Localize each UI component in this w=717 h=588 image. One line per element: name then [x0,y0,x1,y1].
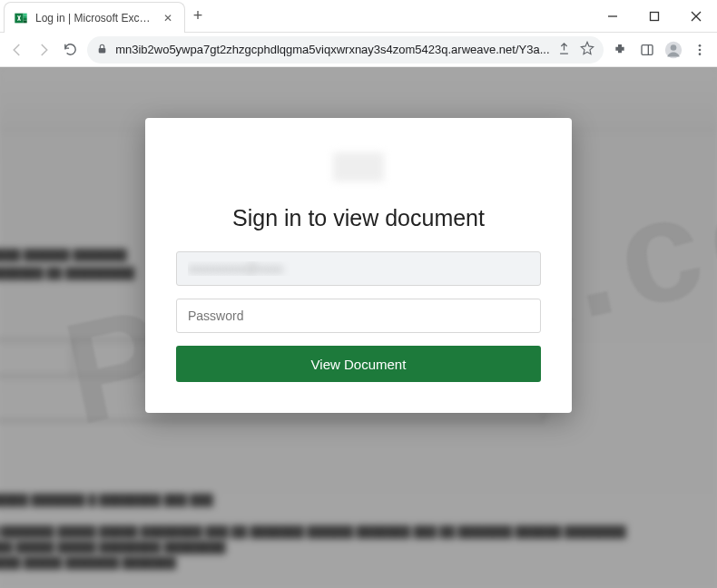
browser-tab-active[interactable]: Log in | Microsoft Excel - Work to ✕ [4,2,185,33]
excel-icon [14,11,28,25]
address-bar[interactable]: mn3ib2wo5ywpa7gt2zhzgcphdlqgma5viqxwrxna… [87,36,603,64]
kebab-menu-icon[interactable] [691,35,710,64]
svg-point-14 [699,44,702,47]
tab-title: Log in | Microsoft Excel - Work to [35,12,153,24]
minimize-button[interactable] [592,0,634,32]
window-close-button[interactable] [675,0,717,32]
reload-button[interactable] [61,35,80,64]
url-text: mn3ib2wo5ywpa7gt2zhzgcphdlqgma5viqxwrxna… [115,43,549,56]
back-button[interactable] [7,35,26,64]
svg-rect-4 [24,20,27,23]
close-tab-icon[interactable]: ✕ [161,12,175,24]
page-viewport: █████ ██████ ███████ ████████ ██ ███████… [0,67,717,588]
side-panel-icon[interactable] [637,35,656,64]
svg-rect-10 [642,44,653,54]
svg-point-16 [699,53,702,55]
password-field[interactable] [176,299,541,333]
svg-point-15 [699,48,702,51]
extensions-icon[interactable] [611,35,630,64]
email-field[interactable] [176,251,541,286]
svg-rect-2 [24,15,27,18]
svg-rect-9 [99,47,106,52]
new-tab-button[interactable]: + [185,0,211,32]
svg-point-13 [671,44,677,51]
lock-icon [96,43,108,57]
share-icon[interactable] [557,42,571,58]
svg-rect-1 [24,13,27,15]
window-controls [592,0,717,32]
profile-icon[interactable] [663,35,683,64]
svg-rect-3 [24,18,27,21]
modal-heading: Sign in to view document [176,205,541,231]
browser-toolbar: mn3ib2wo5ywpa7gt2zhzgcphdlqgma5viqxwrxna… [0,33,717,67]
signin-modal: Sign in to view document View Document [145,118,572,413]
maximize-button[interactable] [634,0,675,32]
svg-rect-6 [651,12,659,20]
star-icon[interactable] [580,41,594,58]
brand-logo [333,152,384,181]
browser-titlebar: Log in | Microsoft Excel - Work to ✕ + [0,0,717,33]
view-document-button[interactable]: View Document [176,346,541,382]
forward-button[interactable] [34,35,53,64]
